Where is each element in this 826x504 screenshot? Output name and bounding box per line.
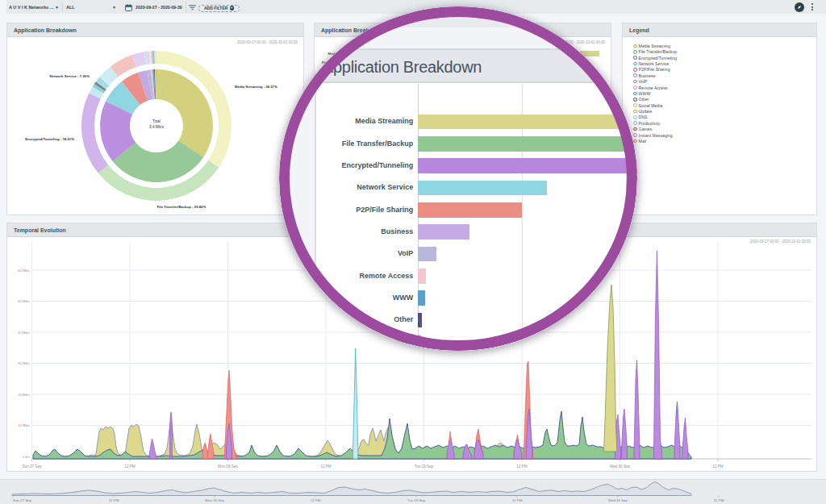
- svg-text:Mon 28 Sep: Mon 28 Sep: [218, 464, 238, 469]
- svg-text:60 Mb/s: 60 Mb/s: [18, 269, 30, 273]
- svg-text:50 Mb/s: 50 Mb/s: [18, 299, 30, 303]
- svg-text:Total: Total: [152, 119, 161, 123]
- svg-text:12 PM: 12 PM: [512, 498, 523, 502]
- svg-text:12 PM: 12 PM: [320, 464, 331, 469]
- svg-text:Network Service - 7.26%: Network Service - 7.26%: [50, 74, 90, 78]
- svg-text:20 Mb/s: 20 Mb/s: [18, 393, 30, 397]
- svg-text:Wed 30 Sep: Wed 30 Sep: [610, 464, 631, 469]
- svg-text:12 PM: 12 PM: [311, 498, 321, 502]
- svg-text:Mon 28 Sep: Mon 28 Sep: [205, 498, 224, 502]
- svg-text:Encrypted/Tunneling - 18.01%: Encrypted/Tunneling - 18.01%: [25, 137, 74, 141]
- svg-text:12 PM: 12 PM: [109, 498, 119, 502]
- svg-text:40 Mb/s: 40 Mb/s: [18, 331, 30, 335]
- svg-text:12 PM: 12 PM: [516, 464, 527, 469]
- svg-text:0 b/s: 0 b/s: [23, 455, 30, 459]
- svg-text:Sun 27 Sep: Sun 27 Sep: [13, 498, 32, 502]
- svg-text:12 PM: 12 PM: [714, 498, 724, 502]
- svg-text:12 PM: 12 PM: [712, 464, 723, 469]
- svg-text:Tue 29 Sep: Tue 29 Sep: [407, 498, 426, 502]
- svg-text:Media Streaming - 34.37%: Media Streaming - 34.37%: [235, 85, 277, 89]
- svg-text:Sun 27 Sep: Sun 27 Sep: [22, 464, 41, 469]
- svg-text:Tue 29 Sep: Tue 29 Sep: [415, 464, 434, 469]
- svg-text:10 Mb/s: 10 Mb/s: [18, 423, 30, 427]
- svg-text:Wed 30 Sep: Wed 30 Sep: [608, 498, 628, 502]
- svg-text:12 PM: 12 PM: [124, 464, 135, 469]
- svg-text:3.4 Mb/s: 3.4 Mb/s: [149, 125, 165, 129]
- svg-text:30 Mb/s: 30 Mb/s: [18, 361, 30, 365]
- svg-text:File Transfer/Backup - 29.80%: File Transfer/Backup - 29.80%: [157, 205, 206, 209]
